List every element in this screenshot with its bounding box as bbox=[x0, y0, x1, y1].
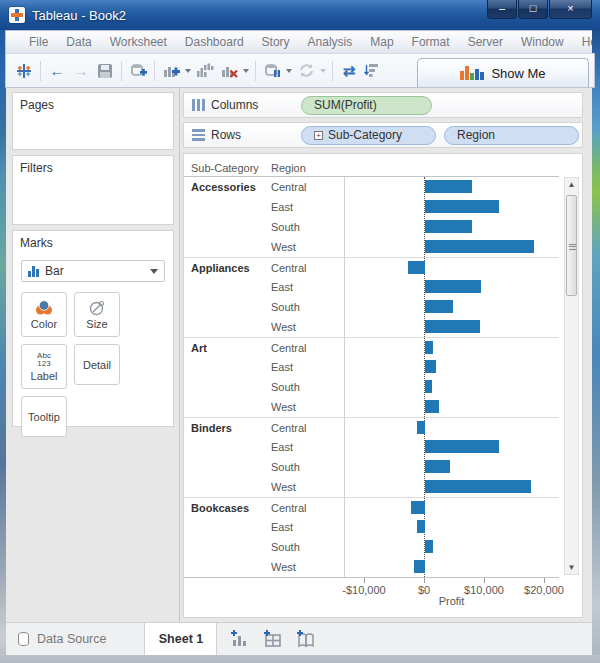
subcategory-label[interactable] bbox=[184, 277, 264, 297]
bar-accessories-south[interactable] bbox=[425, 220, 472, 233]
region-label[interactable]: Central bbox=[264, 418, 344, 437]
bar-art-east[interactable] bbox=[425, 360, 436, 373]
subcategory-label[interactable] bbox=[184, 557, 264, 577]
pages-shelf[interactable]: Pages bbox=[12, 92, 174, 150]
region-label[interactable]: Central bbox=[264, 338, 344, 357]
region-label[interactable]: South bbox=[264, 297, 344, 317]
scroll-up-arrow[interactable]: ▲ bbox=[565, 180, 578, 189]
bar-bookcases-central[interactable] bbox=[411, 501, 425, 514]
subcategory-label[interactable] bbox=[184, 457, 264, 477]
x-axis-title[interactable]: Profit bbox=[344, 595, 559, 607]
menu-file[interactable]: File bbox=[20, 32, 57, 52]
bar-bookcases-east[interactable] bbox=[417, 520, 425, 533]
bar-accessories-west[interactable] bbox=[425, 240, 534, 253]
region-label[interactable]: South bbox=[264, 217, 344, 237]
region-label[interactable]: South bbox=[264, 377, 344, 397]
mark-type-dropdown[interactable]: Bar bbox=[21, 260, 165, 282]
bar-binders-east[interactable] bbox=[425, 440, 499, 453]
bar-art-west[interactable] bbox=[425, 400, 439, 413]
region-label[interactable]: South bbox=[264, 537, 344, 557]
region-label[interactable]: East bbox=[264, 277, 344, 297]
bar-appliances-central[interactable] bbox=[408, 261, 425, 274]
subcategory-label[interactable]: Art bbox=[184, 338, 264, 357]
menu-analysis[interactable]: Analysis bbox=[299, 32, 362, 52]
color-button[interactable]: Color bbox=[21, 292, 67, 337]
new-worksheet-dropdown-caret[interactable] bbox=[185, 69, 191, 73]
subcategory-label[interactable] bbox=[184, 357, 264, 377]
pill-sub-category[interactable]: +Sub-Category bbox=[301, 126, 436, 145]
subcategory-label[interactable]: Accessories bbox=[184, 177, 264, 197]
clear-sheet-icon[interactable] bbox=[217, 59, 241, 83]
rows-shelf[interactable]: Rows +Sub-CategoryRegion bbox=[183, 122, 583, 148]
menu-server[interactable]: Server bbox=[459, 32, 512, 52]
subcategory-label[interactable] bbox=[184, 237, 264, 257]
bar-appliances-south[interactable] bbox=[425, 300, 453, 313]
columns-shelf[interactable]: Columns SUM(Profit) bbox=[183, 92, 583, 118]
data-source-tab[interactable]: Data Source bbox=[6, 623, 145, 655]
close-button[interactable]: × bbox=[549, 0, 592, 19]
region-label[interactable]: West bbox=[264, 317, 344, 337]
subcategory-label[interactable] bbox=[184, 477, 264, 497]
tooltip-button[interactable]: Tooltip bbox=[21, 396, 67, 437]
scrollbar-thumb[interactable] bbox=[566, 195, 577, 296]
subcategory-label[interactable] bbox=[184, 197, 264, 217]
clear-sheet-dropdown-caret[interactable] bbox=[243, 69, 249, 73]
minimize-button[interactable]: – bbox=[487, 0, 517, 19]
region-label[interactable]: Central bbox=[264, 258, 344, 277]
subcategory-label[interactable] bbox=[184, 317, 264, 337]
bar-art-south[interactable] bbox=[425, 380, 432, 393]
menu-data[interactable]: Data bbox=[57, 32, 100, 52]
bar-appliances-west[interactable] bbox=[425, 320, 480, 333]
subcategory-label[interactable] bbox=[184, 297, 264, 317]
subcategory-label[interactable] bbox=[184, 437, 264, 457]
detail-button[interactable]: Detail bbox=[74, 344, 120, 385]
undo-back-icon[interactable]: ← bbox=[45, 59, 69, 83]
region-label[interactable]: East bbox=[264, 357, 344, 377]
subcategory-label[interactable] bbox=[184, 397, 264, 417]
pill-region[interactable]: Region bbox=[444, 126, 579, 145]
subcategory-label[interactable]: Binders bbox=[184, 418, 264, 437]
bar-binders-central[interactable] bbox=[417, 421, 425, 434]
subcategory-label[interactable]: Bookcases bbox=[184, 498, 264, 517]
pause-updates-dropdown-caret[interactable] bbox=[286, 69, 292, 73]
sort-ascending-icon[interactable] bbox=[361, 59, 385, 83]
size-button[interactable]: Size bbox=[74, 292, 120, 337]
maximize-button[interactable]: □ bbox=[518, 0, 548, 19]
bar-accessories-central[interactable] bbox=[425, 180, 472, 193]
menu-format[interactable]: Format bbox=[403, 32, 459, 52]
menu-worksheet[interactable]: Worksheet bbox=[101, 32, 176, 52]
menu-window[interactable]: Window bbox=[512, 32, 573, 52]
region-label[interactable]: South bbox=[264, 457, 344, 477]
vertical-scrollbar[interactable]: ▲ ▼ bbox=[564, 177, 579, 575]
filters-shelf[interactable]: Filters bbox=[12, 155, 174, 225]
pause-auto-updates-icon[interactable] bbox=[260, 59, 284, 83]
region-label[interactable]: West bbox=[264, 557, 344, 577]
new-dashboard-tab-icon[interactable] bbox=[263, 630, 283, 648]
region-label[interactable]: East bbox=[264, 517, 344, 537]
swap-rows-columns-icon[interactable]: ⇄ bbox=[337, 59, 361, 83]
bar-binders-west[interactable] bbox=[425, 480, 531, 493]
new-worksheet-icon[interactable] bbox=[159, 59, 183, 83]
row-field-header-region[interactable]: Region bbox=[271, 162, 371, 174]
label-button[interactable]: Abc123 Label bbox=[21, 344, 67, 389]
subcategory-label[interactable] bbox=[184, 377, 264, 397]
bar-bookcases-south[interactable] bbox=[425, 540, 433, 553]
subcategory-label[interactable] bbox=[184, 217, 264, 237]
bar-accessories-east[interactable] bbox=[425, 200, 499, 213]
sheet1-tab[interactable]: Sheet 1 bbox=[145, 623, 217, 655]
expand-icon[interactable]: + bbox=[314, 131, 323, 140]
subcategory-label[interactable] bbox=[184, 537, 264, 557]
title-bar[interactable]: Tableau - Book2 – □ × bbox=[0, 0, 600, 30]
pill-sum-profit-[interactable]: SUM(Profit) bbox=[301, 96, 432, 115]
new-story-tab-icon[interactable] bbox=[296, 630, 316, 648]
region-label[interactable]: East bbox=[264, 197, 344, 217]
region-label[interactable]: Central bbox=[264, 498, 344, 517]
bar-art-central[interactable] bbox=[425, 341, 433, 354]
bar-appliances-east[interactable] bbox=[425, 280, 481, 293]
menu-dashboard[interactable]: Dashboard bbox=[176, 32, 253, 52]
subcategory-label[interactable]: Appliances bbox=[184, 258, 264, 277]
bar-bookcases-west[interactable] bbox=[414, 560, 425, 573]
duplicate-sheet-icon[interactable] bbox=[193, 59, 217, 83]
menu-map[interactable]: Map bbox=[361, 32, 402, 52]
region-label[interactable]: East bbox=[264, 437, 344, 457]
